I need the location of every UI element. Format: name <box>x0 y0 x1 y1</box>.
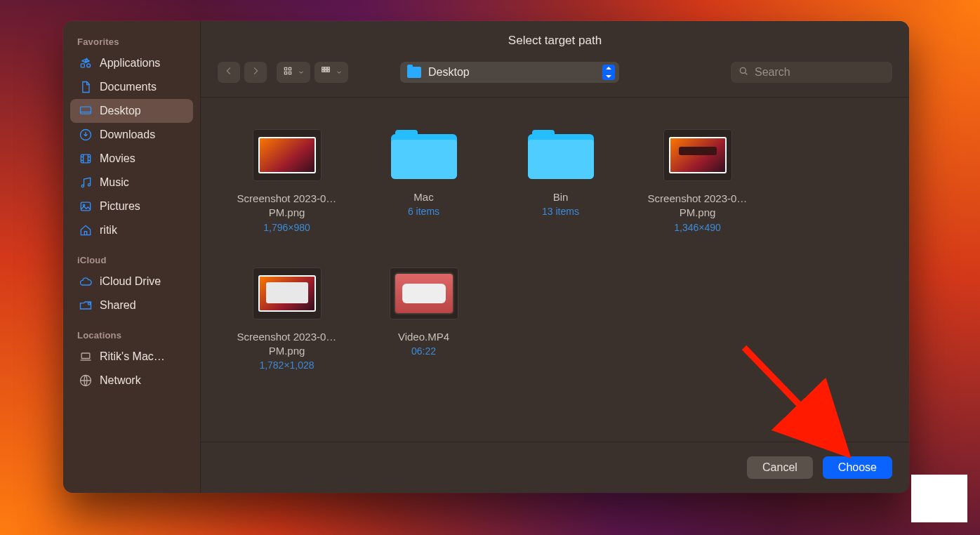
file-name: Mac <box>413 190 433 204</box>
file-item[interactable]: Screenshot 2023-0…PM.png 1,796×980 <box>222 130 352 233</box>
sidebar-item-network[interactable]: Network <box>70 369 193 392</box>
sidebar-item-music[interactable]: Music <box>70 171 193 194</box>
dialog-title: Select target path <box>201 21 909 52</box>
forward-button[interactable] <box>244 62 267 83</box>
chevron-right-icon <box>250 65 261 79</box>
location-label: Desktop <box>428 66 595 79</box>
sidebar-item-label: Documents <box>100 81 157 93</box>
dialog-footer: Cancel Choose <box>201 442 909 493</box>
search-input[interactable] <box>755 66 885 79</box>
svg-rect-10 <box>81 353 90 359</box>
svg-point-6 <box>88 184 90 186</box>
file-name: Screenshot 2023-0…PM.png <box>227 192 347 220</box>
search-field[interactable] <box>731 62 892 83</box>
nav-group <box>218 62 267 83</box>
stepper-icon <box>602 65 615 80</box>
cancel-button[interactable]: Cancel <box>747 456 813 479</box>
sidebar-item-label: Downloads <box>100 128 155 141</box>
sidebar-item-applications[interactable]: Applications <box>70 51 193 75</box>
file-meta: 06:22 <box>411 345 436 357</box>
sidebar-item-ritiks-mac[interactable]: Ritik's Mac… <box>70 345 193 369</box>
file-meta: 13 items <box>542 206 579 217</box>
main-panel: Select target path <box>200 21 909 493</box>
svg-rect-2 <box>81 107 91 114</box>
file-meta: 6 items <box>408 206 439 217</box>
grid-small-icon <box>320 65 331 79</box>
thumbnail <box>253 268 321 319</box>
sidebar-item-shared[interactable]: Shared <box>70 293 193 317</box>
sidebar-heading-locations: Locations <box>70 317 193 345</box>
film-icon <box>79 152 93 166</box>
sidebar-heading-icloud: iCloud <box>70 242 193 270</box>
chevron-left-icon <box>223 65 234 79</box>
svg-point-1 <box>87 64 91 67</box>
svg-point-9 <box>88 303 90 305</box>
file-name: Screenshot 2023-0…PM.png <box>638 192 757 220</box>
sidebar-item-pictures[interactable]: Pictures <box>70 194 193 218</box>
search-icon <box>738 65 749 79</box>
svg-rect-21 <box>328 70 330 72</box>
file-grid: Screenshot 2023-0…PM.png 1,796×980 Mac 6… <box>201 98 909 442</box>
sidebar-item-desktop[interactable]: Desktop <box>70 99 193 123</box>
group-by-button[interactable] <box>314 62 348 83</box>
file-name: Screenshot 2023-0…PM.png <box>227 330 347 359</box>
sidebar-item-ritik[interactable]: ritik <box>70 218 193 242</box>
chevron-down-icon <box>336 66 343 79</box>
download-icon <box>79 128 93 142</box>
file-name: Video.MP4 <box>398 330 449 344</box>
sidebar: Favorites Applications Documents Desktop… <box>63 21 200 493</box>
overlay-box <box>911 475 967 522</box>
file-picker-dialog: Favorites Applications Documents Desktop… <box>63 21 909 493</box>
folder-icon <box>391 130 457 179</box>
icon-view-button[interactable] <box>277 62 310 83</box>
app-grid-icon <box>79 56 93 70</box>
grid-icon <box>282 65 293 79</box>
svg-rect-15 <box>289 72 291 74</box>
sidebar-item-documents[interactable]: Documents <box>70 75 193 99</box>
sidebar-item-movies[interactable]: Movies <box>70 147 193 171</box>
svg-rect-0 <box>81 64 84 67</box>
sidebar-item-label: iCloud Drive <box>100 275 161 288</box>
file-item[interactable]: Video.MP4 06:22 <box>359 268 489 371</box>
toolbar: Desktop <box>201 52 909 98</box>
file-item[interactable]: Mac 6 items <box>359 130 489 233</box>
home-icon <box>79 223 93 237</box>
back-button[interactable] <box>218 62 240 83</box>
file-name: Bin <box>553 190 569 204</box>
file-item[interactable]: Screenshot 2023-0…PM.png 1,346×490 <box>633 130 762 233</box>
file-item[interactable]: Bin 13 items <box>496 130 625 233</box>
svg-rect-20 <box>325 70 327 72</box>
view-group <box>277 62 348 83</box>
svg-rect-14 <box>284 72 286 74</box>
svg-rect-4 <box>81 154 90 163</box>
desktop-icon <box>79 104 93 118</box>
sidebar-item-icloud-drive[interactable]: iCloud Drive <box>70 270 193 293</box>
svg-rect-18 <box>328 67 330 70</box>
sidebar-heading-favorites: Favorites <box>70 34 193 51</box>
svg-rect-13 <box>289 67 291 70</box>
image-icon <box>79 199 93 213</box>
choose-button[interactable]: Choose <box>823 456 892 479</box>
svg-point-5 <box>81 185 84 187</box>
file-item[interactable]: Screenshot 2023-0…PM.png 1,782×1,028 <box>222 268 352 371</box>
svg-rect-19 <box>322 70 324 72</box>
sidebar-item-label: Network <box>100 374 141 387</box>
thumbnail <box>390 268 458 319</box>
svg-point-22 <box>740 67 746 73</box>
sidebar-item-downloads[interactable]: Downloads <box>70 123 193 147</box>
folder-icon <box>528 130 594 179</box>
svg-rect-16 <box>322 67 324 70</box>
shared-folder-icon <box>79 298 93 312</box>
sidebar-item-label: ritik <box>100 224 117 237</box>
sidebar-item-label: Applications <box>100 57 160 70</box>
svg-rect-12 <box>284 67 286 70</box>
sidebar-item-label: Shared <box>100 299 136 312</box>
location-popup[interactable]: Desktop <box>400 62 619 83</box>
music-icon <box>79 176 93 190</box>
file-meta: 1,346×490 <box>674 222 721 233</box>
svg-rect-17 <box>325 67 327 70</box>
folder-icon <box>407 67 421 78</box>
globe-icon <box>79 374 93 388</box>
sidebar-item-label: Movies <box>100 152 135 165</box>
laptop-icon <box>79 350 93 364</box>
